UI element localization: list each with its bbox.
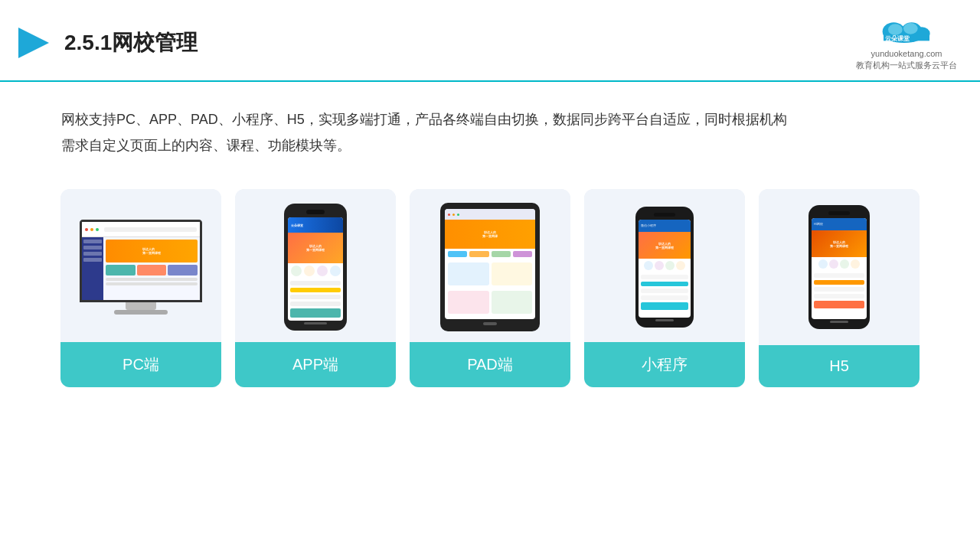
pc-mockup: 职达人的第一堂网课程 bbox=[76, 220, 206, 315]
play-icon bbox=[15, 24, 52, 61]
card-miniprogram-label: 小程序 bbox=[584, 342, 745, 387]
card-h5-image: H5网校 职达人的第一堂网课程 bbox=[759, 189, 920, 342]
card-app: 云朵课堂 职达人的第一堂网课程 bbox=[235, 189, 396, 387]
card-h5: H5网校 职达人的第一堂网课程 bbox=[759, 189, 920, 387]
header-left: 2.5.1网校管理 bbox=[15, 24, 198, 61]
card-pad-image: 职达人的第一堂网课 bbox=[410, 189, 570, 342]
logo-tagline: 教育机构一站式服务云平台 bbox=[856, 60, 957, 71]
card-pc-image: 职达人的第一堂网课程 bbox=[60, 189, 221, 342]
svg-point-6 bbox=[888, 24, 903, 35]
description: 网校支持PC、APP、PAD、小程序、H5，实现多端打通，产品各终端自由切换，数… bbox=[0, 82, 980, 174]
card-miniprogram: 微信小程序 职达人的第一堂网课程 bbox=[584, 189, 745, 387]
card-miniprogram-image: 微信小程序 职达人的第一堂网课程 bbox=[584, 189, 745, 342]
card-h5-label: H5 bbox=[759, 345, 920, 387]
phone-h5-mockup: H5网校 职达人的第一堂网课程 bbox=[808, 205, 870, 329]
card-pad: 职达人的第一堂网课 bbox=[410, 189, 570, 387]
card-app-image: 云朵课堂 职达人的第一堂网课程 bbox=[235, 189, 396, 342]
card-pc: 职达人的第一堂网课程 bbox=[60, 189, 221, 387]
card-pad-label: PAD端 bbox=[410, 342, 570, 387]
description-text: 网校支持PC、APP、PAD、小程序、H5，实现多端打通，产品各终端自由切换，数… bbox=[61, 112, 787, 153]
svg-marker-0 bbox=[18, 28, 49, 58]
tablet-mockup: 职达人的第一堂网课 bbox=[440, 203, 540, 331]
logo-icon: 云朵课堂 bbox=[876, 14, 937, 47]
phone-miniprogram-mockup: 微信小程序 职达人的第一堂网课程 bbox=[635, 207, 694, 328]
svg-text:云朵课堂: 云朵课堂 bbox=[885, 35, 910, 42]
logo-area: 云朵课堂 yunduoketang.com 教育机构一站式服务云平台 bbox=[856, 14, 957, 71]
page-title: 2.5.1网校管理 bbox=[64, 28, 198, 57]
cards-container: 职达人的第一堂网课程 bbox=[0, 174, 980, 387]
phone-app-mockup: 云朵课堂 职达人的第一堂网课程 bbox=[284, 204, 347, 331]
card-app-label: APP端 bbox=[235, 342, 396, 387]
card-pc-label: PC端 bbox=[60, 342, 221, 387]
logo-url: yunduoketang.com bbox=[871, 49, 942, 58]
svg-point-7 bbox=[903, 23, 918, 34]
header: 2.5.1网校管理 云朵课堂 yunduoketang.com 教育机构一站式服… bbox=[0, 0, 980, 82]
